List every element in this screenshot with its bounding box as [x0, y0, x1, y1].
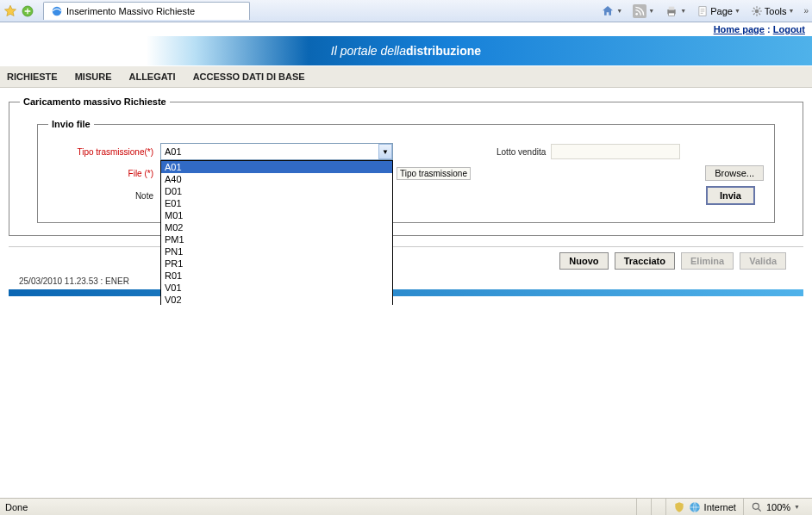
home-icon	[601, 4, 615, 18]
file-label: File (*)	[48, 169, 160, 178]
action-bar: Nuovo Tracciato Elimina Valida	[9, 246, 803, 275]
dropdown-option[interactable]: V01	[161, 282, 392, 294]
ie-icon	[51, 5, 63, 17]
file-hint-tooltip: Tipo trasmissione	[397, 167, 471, 180]
valida-button: Valida	[740, 252, 786, 270]
tracciato-button[interactable]: Tracciato	[615, 252, 675, 270]
dropdown-option[interactable]: V02	[161, 294, 392, 305]
menu-allegati[interactable]: ALLEGATI	[128, 71, 175, 82]
dropdown-option[interactable]: E01	[161, 197, 392, 209]
tools-menu-button[interactable]: Tools ▼	[746, 3, 799, 20]
print-button[interactable]: ▼	[660, 2, 690, 21]
chevron-expand-icon[interactable]: »	[803, 6, 809, 16]
dropdown-option[interactable]: M01	[161, 209, 392, 221]
main-menu: RICHIESTE MISURE ALLEGATI ACCESSO DATI D…	[0, 65, 812, 88]
feeds-button[interactable]: ▼	[628, 2, 659, 21]
print-icon	[665, 4, 678, 18]
home-button[interactable]: ▼	[597, 2, 627, 21]
nuovo-button[interactable]: Nuovo	[559, 252, 608, 270]
svg-rect-5	[669, 6, 675, 9]
dropdown-option[interactable]: A40	[161, 173, 392, 185]
home-page-link[interactable]: Home page	[714, 24, 765, 34]
invia-button[interactable]: Invia	[706, 186, 755, 205]
menu-accesso[interactable]: ACCESSO DATI DI BASE	[193, 71, 305, 82]
outer-legend: Caricamento massivo Richieste	[20, 96, 170, 107]
dropdown-arrow-icon[interactable]: ▼	[378, 144, 392, 159]
svg-rect-6	[669, 13, 675, 16]
outer-fieldset: Caricamento massivo Richieste Invio file…	[9, 96, 803, 236]
logout-link[interactable]: Logout	[773, 24, 805, 34]
svg-point-3	[636, 13, 639, 16]
gear-icon	[751, 5, 763, 17]
favorites-star-icon[interactable]	[3, 4, 17, 18]
blue-divider	[9, 289, 803, 296]
tipo-trasmissione-label: Tipo trasmissione(*)	[48, 147, 160, 157]
tab-title: Inserimento Massivo Richieste	[66, 6, 195, 16]
elimina-button: Elimina	[681, 252, 734, 270]
timestamp-row: 25/03/2010 11.23.53 : ENER	[9, 275, 803, 288]
browser-chrome: Inserimento Massivo Richieste ▼ ▼ ▼ Page…	[0, 0, 812, 22]
banner: Il portale della distribuzione	[0, 36, 812, 65]
top-links-bar: Home page : Logout	[0, 22, 812, 36]
lotto-vendita-input[interactable]	[551, 144, 680, 159]
browser-tab[interactable]: Inserimento Massivo Richieste	[43, 2, 250, 20]
svg-point-8	[754, 9, 759, 13]
tipo-dropdown-list[interactable]: A01A40D01E01M01M02PM1PN1PR1R01V01V02	[160, 160, 393, 305]
add-favorite-icon[interactable]	[21, 4, 34, 18]
svg-point-1	[53, 7, 62, 16]
page-icon	[696, 5, 709, 17]
dropdown-option[interactable]: A01	[161, 161, 392, 173]
dropdown-option[interactable]: PM1	[161, 233, 392, 245]
inner-legend: Invio file	[48, 119, 94, 129]
dropdown-option[interactable]: PR1	[161, 258, 392, 270]
menu-misure[interactable]: MISURE	[75, 71, 112, 82]
inner-fieldset: Invio file Tipo trasmissione(*) A01 ▼ A0…	[37, 119, 775, 223]
dropdown-option[interactable]: PN1	[161, 245, 392, 258]
page-menu-button[interactable]: Page ▼	[692, 3, 745, 20]
menu-richieste[interactable]: RICHIESTE	[7, 71, 58, 82]
dropdown-option[interactable]: D01	[161, 185, 392, 197]
dropdown-option[interactable]: R01	[161, 270, 392, 282]
lotto-vendita-label: Lotto vendita	[497, 147, 546, 157]
browse-button[interactable]: Browse...	[705, 165, 764, 181]
feed-icon	[633, 4, 646, 18]
note-label: Note	[48, 191, 160, 201]
dropdown-option[interactable]: M02	[161, 221, 392, 233]
tipo-trasmissione-select[interactable]: A01 ▼ A01A40D01E01M01M02PM1PN1PR1R01V01V…	[160, 143, 393, 160]
